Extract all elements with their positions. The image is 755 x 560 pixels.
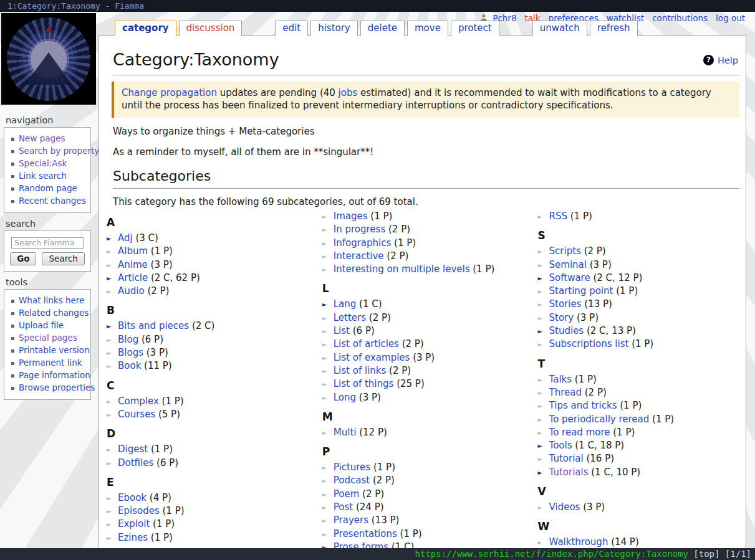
expand-arrow-icon[interactable]: ► [322,501,334,514]
expand-arrow-icon[interactable]: ► [107,492,118,505]
expand-arrow-icon[interactable]: ► [322,325,334,338]
subcategory-link-infographics[interactable]: Infographics [334,237,392,249]
subcategory-link-article[interactable]: Article [118,272,148,283]
expand-arrow-icon[interactable]: ► [538,467,549,479]
subcategory-link-book[interactable]: Book [118,360,141,371]
expand-arrow-icon[interactable]: ► [107,272,118,285]
expand-arrow-icon[interactable]: ► [322,488,334,501]
expand-arrow-icon[interactable]: ► [107,285,118,298]
subcategory-link-list[interactable]: List [334,325,350,336]
browser-tab-bar[interactable]: 1:Category:Taxonomy - Fiamma [0,0,755,12]
expand-arrow-icon[interactable]: ► [322,263,334,276]
expand-arrow-icon[interactable]: ► [538,414,549,426]
expand-arrow-icon[interactable]: ► [107,409,118,421]
subcategory-link-anime[interactable]: Anime [118,259,148,270]
expand-arrow-icon[interactable]: ► [322,250,334,263]
subcategory-link-story[interactable]: Story [549,312,574,323]
expand-arrow-icon[interactable]: ► [538,338,549,351]
subcategory-link-studies[interactable]: Studies [549,325,584,336]
subcategory-link-exploit[interactable]: Exploit [118,518,150,529]
subcategory-link-poem[interactable]: Poem [334,488,360,500]
expand-arrow-icon[interactable]: ► [107,457,118,470]
subcategory-link-walkthrough[interactable]: Walkthrough [549,536,608,548]
expand-arrow-icon[interactable]: ► [322,237,334,250]
subcategory-link-rss[interactable]: RSS [549,211,567,222]
notice-link-jobs[interactable]: jobs [339,87,358,98]
subcategory-link-to-read-more[interactable]: To read more [549,427,610,438]
search-input[interactable] [11,237,84,249]
sidebar-link-printable-version[interactable]: Printable version [19,345,90,355]
expand-arrow-icon[interactable]: ► [322,312,334,325]
expand-arrow-icon[interactable]: ► [322,211,334,223]
expand-arrow-icon[interactable]: ► [322,392,334,404]
expand-arrow-icon[interactable]: ► [322,462,334,474]
subcategory-link-images[interactable]: Images [334,211,368,222]
subcategory-link-tutorial[interactable]: Tutorial [549,453,584,464]
sidebar-link-page-information[interactable]: Page information [19,370,90,380]
subcategory-link-digest[interactable]: Digest [118,444,148,455]
sidebar-link-random-page[interactable]: Random page [19,183,77,193]
expand-arrow-icon[interactable]: ► [538,536,549,548]
expand-arrow-icon[interactable]: ► [538,285,549,298]
expand-arrow-icon[interactable]: ► [107,360,118,373]
expand-arrow-icon[interactable]: ► [107,518,118,531]
expand-arrow-icon[interactable]: ► [322,475,334,487]
subcategory-link-stories[interactable]: Stories [549,298,582,310]
expand-arrow-icon[interactable]: ► [107,532,118,544]
help-link[interactable]: Help [718,55,738,65]
notice-link-change-propagation[interactable]: Change propagation [122,87,217,98]
sidebar-link-browse-properties[interactable]: Browse properties [19,382,95,392]
expand-arrow-icon[interactable]: ► [538,272,549,285]
subcategory-link-tips-and-tricks[interactable]: Tips and tricks [549,400,617,411]
expand-arrow-icon[interactable]: ► [538,374,549,386]
sidebar-link-what-links-here[interactable]: What links here [19,295,84,305]
expand-arrow-icon[interactable]: ► [538,312,549,325]
subcategory-link-seminal[interactable]: Seminal [549,259,587,270]
expand-arrow-icon[interactable]: ► [107,245,118,258]
subcategory-link-thread[interactable]: Thread [549,387,582,398]
tab-category[interactable]: category [115,21,176,36]
personal-link-log-out[interactable]: log out [716,13,745,23]
subcategory-link-interactive[interactable]: Interactive [334,250,384,262]
expand-arrow-icon[interactable]: ► [538,325,549,338]
subcategory-link-list-of-examples[interactable]: List of examples [334,352,410,363]
subcategory-link-in-progress[interactable]: In progress [334,224,385,235]
subcategory-link-list-of-articles[interactable]: List of articles [334,338,399,349]
expand-arrow-icon[interactable]: ► [107,444,118,456]
sidebar-link-special-ask[interactable]: Special:Ask [19,158,67,168]
subcategory-link-post[interactable]: Post [334,501,353,513]
subcategory-link-courses[interactable]: Courses [118,409,155,420]
subcategory-link-starting-point[interactable]: Starting point [549,285,613,297]
subcategory-link-bits-and-pieces[interactable]: Bits and pieces [118,320,189,331]
subcategory-link-subscriptions-list[interactable]: Subscriptions list [549,338,629,349]
tab-discussion[interactable]: discussion [179,21,243,36]
expand-arrow-icon[interactable]: ► [538,387,549,399]
tab-move[interactable]: move [407,21,448,36]
sidebar-link-link-search[interactable]: Link search [19,171,67,181]
site-logo[interactable] [1,13,96,105]
sidebar-link-special-pages[interactable]: Special pages [19,333,77,343]
search-button[interactable]: Search [42,252,84,265]
subcategory-link-list-of-links[interactable]: List of links [334,365,387,376]
subcategory-link-to-periodically-reread[interactable]: To periodically reread [549,414,650,425]
subcategory-link-talks[interactable]: Talks [549,374,572,385]
sidebar-link-recent-changes[interactable]: Recent changes [19,196,86,206]
browser-status-bar[interactable]: https://www.serhii.net/f/index.php/Categ… [0,548,755,560]
tab-unwatch[interactable]: unwatch [532,21,587,36]
expand-arrow-icon[interactable]: ► [538,501,549,514]
expand-arrow-icon[interactable]: ► [322,515,334,527]
expand-arrow-icon[interactable]: ► [107,505,118,518]
sidebar-link-permanent-link[interactable]: Permanent link [19,358,82,368]
tab-edit[interactable]: edit [275,21,308,36]
subcategory-link-ebook[interactable]: Ebook [118,492,147,503]
expand-arrow-icon[interactable]: ► [107,259,118,272]
expand-arrow-icon[interactable]: ► [538,259,549,272]
sidebar-link-search-by-property[interactable]: Search by property [19,146,99,156]
expand-arrow-icon[interactable]: ► [107,347,118,359]
sidebar-link-upload-file[interactable]: Upload file [19,320,64,330]
subcategory-link-episodes[interactable]: Episodes [118,505,160,516]
subcategory-link-adj[interactable]: Adj [118,232,133,244]
subcategory-link-podcast[interactable]: Podcast [334,475,370,486]
subcategory-link-ezines[interactable]: Ezines [118,532,148,543]
expand-arrow-icon[interactable]: ► [538,453,549,465]
